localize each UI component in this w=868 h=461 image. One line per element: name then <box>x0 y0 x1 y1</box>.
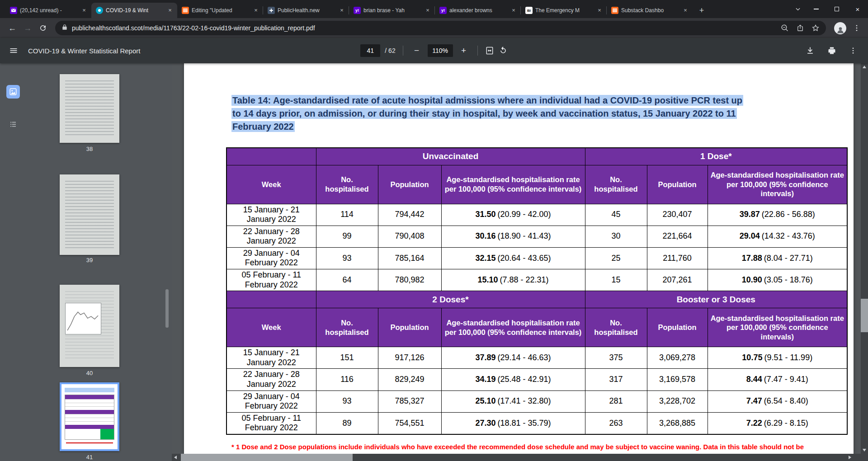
table-row: 29 January - 04 February 2022 93 785,327… <box>226 390 847 412</box>
thumbnail-page-40[interactable] <box>60 285 119 367</box>
thumbnail-page-38[interactable] <box>60 74 119 143</box>
window-restore-button[interactable] <box>826 0 847 18</box>
print-icon[interactable] <box>827 46 836 55</box>
hospitalised-cell: 263 <box>585 412 647 434</box>
tab-substack-editor[interactable]: Editing "Updated × <box>177 3 263 18</box>
horizontal-scrollbar[interactable] <box>172 454 861 461</box>
population-cell: 790,408 <box>378 226 441 247</box>
population-cell: 785,164 <box>378 247 441 269</box>
col-population: Population <box>378 165 441 204</box>
rate-cell-green: 8.44(7.47 - 9.41) <box>708 369 847 390</box>
table-footnote: * 1 Dose and 2 Dose populations include … <box>231 443 849 451</box>
hospital-admissions-table: Unvaccinated 1 Dose* Week No. hospitalis… <box>226 147 848 435</box>
back-button[interactable]: ← <box>5 20 20 36</box>
vertical-scrollbar[interactable] <box>861 63 868 454</box>
window-minimize-button[interactable] <box>806 0 826 18</box>
bookmark-star-icon[interactable] <box>811 24 820 32</box>
col-week: Week <box>226 308 316 347</box>
tab-emergency[interactable]: BI The Emergency M × <box>521 3 607 18</box>
pdf-page[interactable]: Table 14: Age-standardised rate of acute… <box>184 63 854 454</box>
profile-avatar[interactable] <box>834 22 846 34</box>
site-lock-icon[interactable] <box>61 24 68 32</box>
thumbnail-page-39[interactable] <box>60 174 119 255</box>
tab-publichealth-news[interactable]: PublicHealth.new × <box>263 3 349 18</box>
tab-yahoo-mail[interactable]: (20,142 unread) - × <box>5 3 91 18</box>
tab-close-icon[interactable]: × <box>424 7 431 14</box>
vertical-scrollbar-thumb[interactable] <box>861 299 868 332</box>
tab-close-icon[interactable]: × <box>80 7 88 14</box>
table-row: 15 January - 21 January 2022 151 917,126… <box>226 347 847 369</box>
scroll-up-arrow[interactable] <box>861 63 868 71</box>
hospitalised-cell: 64 <box>316 269 378 291</box>
sidebar-menu-icon[interactable] <box>9 46 18 55</box>
window-close-button[interactable]: × <box>847 0 868 18</box>
tab-close-icon[interactable]: × <box>682 7 689 14</box>
rate-cell: 15.10(7.88 - 22.31) <box>441 269 585 291</box>
download-icon[interactable] <box>806 46 815 55</box>
zoom-indicator-icon[interactable] <box>781 24 789 32</box>
horizontal-scrollbar-thumb[interactable] <box>181 454 353 461</box>
tab-close-icon[interactable]: × <box>596 7 603 14</box>
hospitalised-cell: 45 <box>585 204 647 226</box>
table-row: 29 January - 04 February 2022 93 785,164… <box>226 247 847 269</box>
tab-covid-report[interactable]: COVID-19 & Wint × <box>91 3 177 18</box>
group-1-dose: 1 Dose* <box>585 148 847 165</box>
week-cell: 05 February - 11 February 2022 <box>226 412 316 434</box>
fit-page-icon[interactable] <box>485 46 494 55</box>
tab-strip: (20,142 unread) - × COVID-19 & Wint × Ed… <box>0 0 868 18</box>
col-population: Population <box>378 308 441 347</box>
share-icon[interactable] <box>796 24 804 32</box>
publichealth-news-favicon <box>268 7 275 14</box>
tab-search-chevron-icon[interactable] <box>790 0 806 18</box>
tab-yahoo-search-alexander[interactable]: y! alexander browns × <box>435 3 521 18</box>
rate-cell: 30.16(18.90 - 41.43) <box>441 226 585 247</box>
rate-cell: 25.10(17.41 - 32.80) <box>441 390 585 412</box>
url-field[interactable]: publichealthscotland.scot/media/11763/22… <box>55 21 826 35</box>
heading-line: to 14 days prior, on admission, or durin… <box>231 108 737 119</box>
pdf-viewer-content: 38 39 40 <box>0 63 868 461</box>
substack-favicon <box>611 7 618 14</box>
page-number-input[interactable] <box>360 44 380 57</box>
zoom-in-button[interactable]: + <box>458 44 470 57</box>
toolbar-divider <box>477 46 478 56</box>
new-tab-button[interactable]: + <box>695 4 708 17</box>
hospitalised-cell: 151 <box>316 347 378 369</box>
minimize-icon <box>814 9 819 9</box>
rate-cell: 32.15(20.64 - 43.65) <box>441 247 585 269</box>
rate-cell: 31.50(20.99 - 42.00) <box>441 204 585 226</box>
col-rate: Age-standardised hospitalisation rate pe… <box>441 308 585 347</box>
reload-button[interactable] <box>35 20 51 36</box>
col-no-hospitalised: No. hospitalised <box>585 165 647 204</box>
table-row: 05 February - 11 February 2022 89 754,55… <box>226 412 847 434</box>
tab-close-icon[interactable]: × <box>252 7 259 14</box>
hospitalised-cell: 30 <box>585 226 647 247</box>
population-cell: 221,664 <box>647 226 708 247</box>
thumbnail-page-41-selected[interactable] <box>60 382 119 451</box>
thumbnail-page-number: 41 <box>60 454 119 461</box>
thumbnail-page-number: 40 <box>60 370 119 376</box>
forward-button[interactable]: → <box>20 20 35 36</box>
rotate-icon[interactable] <box>499 46 508 55</box>
browser-window: (20,142 unread) - × COVID-19 & Wint × Ed… <box>0 0 868 461</box>
hospitalised-cell: 375 <box>585 347 647 369</box>
zoom-out-button[interactable]: − <box>410 44 423 57</box>
sidebar-scrollbar-thumb[interactable] <box>165 289 169 328</box>
population-cell: 794,442 <box>378 204 441 226</box>
scroll-left-arrow[interactable] <box>172 454 179 461</box>
tab-close-icon[interactable]: × <box>166 7 174 14</box>
tab-yahoo-search-brian[interactable]: y! brian brase - Yah × <box>349 3 435 18</box>
thumbnails-view-icon[interactable] <box>6 85 20 99</box>
rate-cell: 29.04(14.32 - 43.76) <box>708 226 847 247</box>
scroll-down-arrow[interactable] <box>861 447 868 454</box>
tab-close-icon[interactable]: × <box>338 7 345 14</box>
tab-substack-dashboard[interactable]: Substack Dashbo × <box>607 3 693 18</box>
tab-close-icon[interactable]: × <box>510 7 517 14</box>
pdf-menu-kebab-icon[interactable] <box>849 47 857 55</box>
browser-menu-kebab-icon[interactable] <box>850 24 863 32</box>
table-heading: Table 14: Age-standardised rate of acute… <box>231 94 801 133</box>
week-cell: 29 January - 04 February 2022 <box>226 247 316 269</box>
outline-view-icon[interactable] <box>6 118 20 131</box>
column-header-row: Week No. hospitalised Population Age-sta… <box>226 308 847 347</box>
rate-cell-green: 10.75(9.51 - 11.99) <box>708 347 847 369</box>
scroll-right-arrow[interactable] <box>846 454 854 461</box>
